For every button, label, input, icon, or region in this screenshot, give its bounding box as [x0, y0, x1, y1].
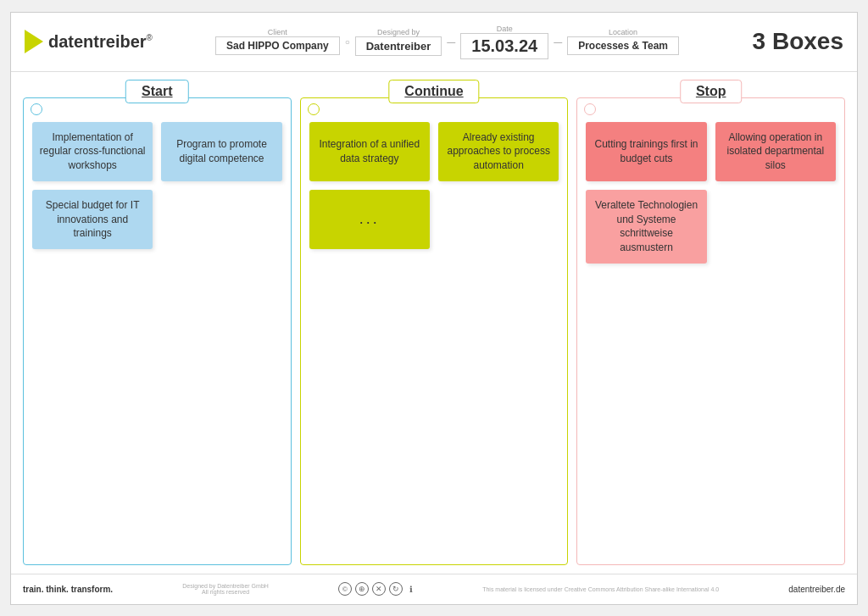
- location-group: Location Processes & Team: [567, 28, 679, 55]
- client-label: Client: [268, 28, 287, 36]
- continue-circle: [308, 103, 320, 115]
- card-digital[interactable]: Program to promote digital competence: [161, 122, 281, 181]
- date-label: Date: [497, 25, 513, 33]
- designer-label: Designed by: [377, 28, 420, 36]
- start-box: Start Implementation of regular cross-fu…: [23, 97, 292, 565]
- info-icon: ℹ: [409, 585, 413, 594]
- footer-icons: © ⊕ ✕ ↻ ℹ: [338, 582, 413, 596]
- designer-value: Datentreiber: [355, 36, 442, 56]
- card-placeholder[interactable]: ...: [309, 190, 430, 249]
- stop-header: Stop: [680, 80, 743, 103]
- stop-box: Stop Cutting trainings first in budget c…: [576, 97, 845, 565]
- start-circle: [31, 103, 42, 115]
- cc-nd-icon: ✕: [372, 582, 386, 596]
- sep2: —: [442, 37, 460, 47]
- date-group: Date 15.03.24: [460, 25, 548, 59]
- page-wrapper: datentreiber® Client Sad HIPPO Company ○…: [10, 12, 858, 605]
- start-header: Start: [125, 80, 188, 103]
- continue-column: Continue Integration of a unified data s…: [300, 80, 569, 565]
- start-column: Start Implementation of regular cross-fu…: [23, 80, 292, 565]
- date-value: 15.03.24: [460, 33, 548, 59]
- sep3: —: [548, 37, 567, 47]
- card-cutting-trainings[interactable]: Cutting trainings first in budget cuts: [586, 122, 706, 181]
- footer-license-text: This material is licensed under Creative…: [482, 586, 719, 592]
- card-veraltete[interactable]: Veraltete Technologien und Systeme schri…: [586, 190, 706, 264]
- cc-sa-icon: ↻: [389, 582, 403, 596]
- footer-tagline: train. think. transform.: [23, 585, 113, 594]
- client-group: Client Sad HIPPO Company: [215, 28, 340, 55]
- card-data-strategy[interactable]: Integration of a unified data strategy: [309, 122, 430, 181]
- location-label: Location: [609, 28, 637, 36]
- footer-legal: Designed by Datentreiber GmbHAll rights …: [182, 583, 269, 595]
- location-value: Processes & Team: [567, 36, 679, 55]
- card-workshops[interactable]: Implementation of regular cross-function…: [32, 122, 153, 181]
- logo-icon: [25, 30, 43, 53]
- card-automation[interactable]: Already existing approaches to process a…: [438, 122, 559, 181]
- footer: train. think. transform. Designed by Dat…: [11, 574, 857, 604]
- logo-text: datentreiber®: [48, 32, 153, 52]
- card-budget[interactable]: Special budget for IT innovations and tr…: [32, 190, 153, 249]
- page-title: 3 Boxes: [742, 28, 843, 55]
- continue-cards: Integration of a unified data strategy A…: [309, 122, 559, 249]
- client-value: Sad HIPPO Company: [215, 36, 340, 55]
- stop-column: Stop Cutting trainings first in budget c…: [576, 80, 845, 565]
- logo-area: datentreiber®: [25, 30, 153, 53]
- main-content: Start Implementation of regular cross-fu…: [11, 72, 857, 574]
- cc-icon: ©: [338, 582, 352, 596]
- continue-header: Continue: [388, 80, 479, 103]
- continue-box: Continue Integration of a unified data s…: [300, 97, 569, 565]
- footer-website: datentreiber.de: [788, 585, 845, 594]
- card-silos[interactable]: Allowing operation in isolated departmen…: [715, 122, 836, 181]
- sep1: ○: [340, 37, 355, 47]
- card-veraltete-wrapper: Veraltete Technologien und Systeme schri…: [586, 190, 706, 264]
- cc-by-icon: ⊕: [355, 582, 369, 596]
- start-cards: Implementation of regular cross-function…: [32, 122, 282, 250]
- header: datentreiber® Client Sad HIPPO Company ○…: [11, 13, 857, 72]
- stop-cards: Cutting trainings first in budget cuts A…: [586, 122, 836, 264]
- stop-circle: [584, 103, 596, 115]
- designer-group: Designed by Datentreiber: [355, 28, 442, 56]
- header-meta: Client Sad HIPPO Company ○ Designed by D…: [153, 25, 742, 59]
